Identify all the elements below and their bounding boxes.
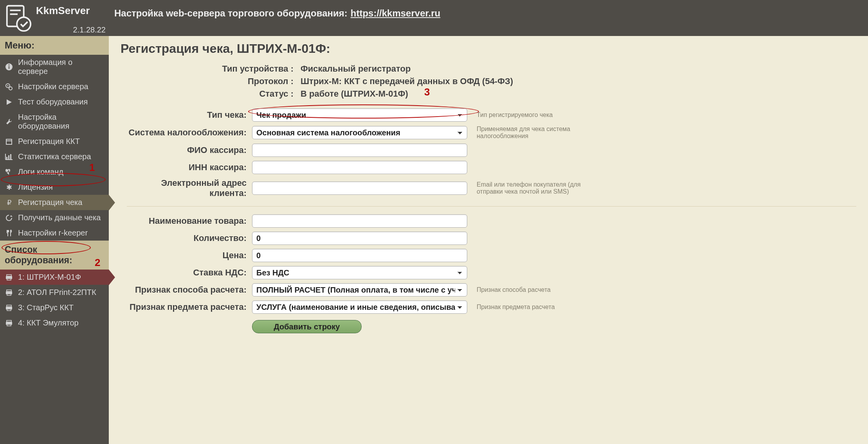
calendar-icon: [5, 137, 13, 146]
svg-point-8: [7, 85, 9, 86]
svg-rect-32: [7, 324, 11, 326]
page-title: Регистрация чека, ШТРИХ-М-01Ф:: [121, 41, 856, 56]
sidebar-item-label: Логи команд: [18, 167, 63, 176]
protocol-value: Штрих-М: ККТ с передачей данных в ОФД (5…: [301, 76, 856, 86]
svg-marker-10: [7, 99, 12, 105]
payment-subject-select[interactable]: УСЛУГА (наименование и иные сведения, оп…: [252, 300, 467, 314]
app-version: 2.1.28.22: [73, 25, 106, 34]
ruble-icon: ₽: [5, 198, 13, 207]
svg-rect-5: [9, 66, 9, 69]
vat-select[interactable]: Без НДС: [252, 266, 467, 279]
printer-icon: [5, 273, 13, 282]
client-email-help: Email или телефон покупателя (для отправ…: [471, 181, 581, 195]
vat-label: Ставка НДС:: [127, 268, 252, 278]
equipment-label: 2: АТОЛ FPrint-22ПТК: [18, 288, 96, 297]
sidebar-item-license[interactable]: ✱ Лицензия: [0, 180, 109, 195]
receipt-type-label: Тип чека:: [127, 110, 252, 120]
sidebar-item-label: Информация о сервере: [18, 58, 104, 76]
sidebar-item-label: Лицензия: [18, 183, 53, 192]
receipt-type-help: Тип регистрируемого чека: [471, 111, 581, 119]
sidebar-item-receipt-registration[interactable]: ₽ Регистрация чека: [0, 195, 109, 210]
price-input[interactable]: [252, 249, 467, 262]
header-prefix: Настройка web-сервера торгового оборудов…: [114, 8, 348, 19]
sidebar-item-equipment-settings[interactable]: Настройка оборудования: [0, 110, 109, 134]
cashier-name-input[interactable]: [252, 144, 467, 157]
svg-rect-24: [7, 290, 11, 291]
sidebar-item-server-settings[interactable]: Настройки сервера: [0, 79, 109, 94]
sidebar-item-label: Регистрация чека: [18, 198, 82, 207]
svg-rect-27: [7, 305, 11, 307]
svg-point-9: [9, 87, 12, 90]
printer-icon: [5, 288, 13, 297]
receipt-type-select[interactable]: Чек продажи: [252, 108, 467, 122]
svg-point-6: [9, 65, 10, 66]
svg-rect-11: [6, 139, 12, 144]
protocol-label: Протокол :: [175, 76, 301, 86]
menu-header: Меню:: [0, 36, 109, 55]
product-name-input[interactable]: [252, 214, 467, 228]
device-type-value: Фискальный регистратор: [301, 64, 856, 74]
equipment-item-2[interactable]: 2: АТОЛ FPrint-22ПТК: [0, 285, 109, 300]
info-circle-icon: [5, 63, 13, 71]
printer-icon: [5, 304, 13, 312]
payment-method-help: Признак способа расчета: [471, 286, 581, 293]
cashier-inn-input[interactable]: [252, 161, 467, 174]
sidebar-item-get-receipt-data[interactable]: Получить данные чека: [0, 210, 109, 225]
quantity-input[interactable]: [252, 232, 467, 245]
app-logo: [3, 3, 34, 33]
svg-rect-13: [6, 157, 7, 160]
equipment-item-1[interactable]: 1: ШТРИХ-М-01Ф: [0, 270, 109, 285]
payment-subject-label: Признак предмета расчета:: [127, 302, 252, 312]
equipment-label: 3: СтарРус ККТ: [18, 303, 74, 312]
sidebar-item-label: Статистика сервера: [18, 152, 91, 161]
sidebar-item-label: Тест оборудования: [18, 97, 88, 106]
cutlery-icon: [5, 229, 13, 237]
svg-marker-18: [10, 215, 13, 217]
equipment-label: 4: ККТ Эмулятор: [18, 318, 79, 327]
equipment-item-3[interactable]: 3: СтарРус ККТ: [0, 300, 109, 315]
sidebar-item-test-equipment[interactable]: Тест оборудования: [0, 94, 109, 110]
sidebar-item-command-logs[interactable]: Логи команд: [0, 164, 109, 180]
equipment-item-4[interactable]: 4: ККТ Эмулятор: [0, 315, 109, 331]
equipment-label: 1: ШТРИХ-М-01Ф: [18, 273, 81, 282]
sidebar-item-server-info[interactable]: Информация о сервере: [0, 55, 109, 79]
app-title: KkmServer: [36, 5, 90, 17]
sidebar-item-label: Настройки r-keeper: [18, 228, 88, 237]
refresh-icon: [5, 214, 13, 222]
client-email-input[interactable]: [252, 182, 467, 195]
sidebar-item-server-stats[interactable]: Статистика сервера: [0, 149, 109, 164]
tax-system-label: Система налогообложения:: [127, 128, 252, 138]
asterisk-icon: ✱: [5, 183, 13, 192]
sidebar-item-rkeeper-settings[interactable]: Настройки r-keeper: [0, 225, 109, 241]
svg-rect-29: [7, 309, 11, 311]
header-link[interactable]: https://kkmserver.ru: [351, 8, 440, 19]
tax-system-select[interactable]: Основная система налогообложения: [252, 126, 467, 139]
sidebar-item-label: Настройки сервера: [18, 82, 88, 91]
heartbeat-icon: [5, 168, 13, 176]
sidebar-item-kkt-registration[interactable]: Регистрация ККТ: [0, 134, 109, 149]
bar-chart-icon: [5, 153, 13, 161]
sidebar-item-label: Настройка оборудования: [18, 113, 104, 131]
gears-icon: [5, 83, 13, 91]
status-label: Статус :: [175, 89, 301, 99]
quantity-label: Количество:: [127, 233, 252, 243]
svg-point-3: [17, 17, 31, 31]
sidebar-item-label: Получить данные чека: [18, 213, 101, 222]
svg-rect-15: [10, 154, 11, 160]
play-icon: [5, 98, 13, 106]
add-row-button[interactable]: Добавить строку: [252, 320, 362, 333]
equipment-header: Список оборудования:: [0, 241, 109, 270]
svg-rect-14: [8, 155, 9, 160]
status-value: В работе (ШТРИХ-М-01Ф): [301, 89, 856, 99]
cashier-inn-label: ИНН кассира:: [127, 162, 252, 173]
payment-method-select[interactable]: ПОЛНЫЙ РАСЧЕТ (Полная оплата, в том числ…: [252, 283, 467, 297]
device-type-label: Тип устройства :: [175, 64, 301, 74]
payment-subject-help: Признак предмета расчета: [471, 304, 581, 311]
tax-system-help: Применяемая для чека система налогооблож…: [471, 126, 581, 140]
svg-rect-26: [7, 293, 11, 295]
cashier-name-label: ФИО кассира:: [127, 145, 252, 155]
wrench-icon: [5, 117, 13, 126]
sidebar-item-label: Регистрация ККТ: [18, 137, 80, 146]
payment-method-label: Признак способа расчета:: [127, 285, 252, 295]
svg-rect-21: [7, 275, 11, 276]
